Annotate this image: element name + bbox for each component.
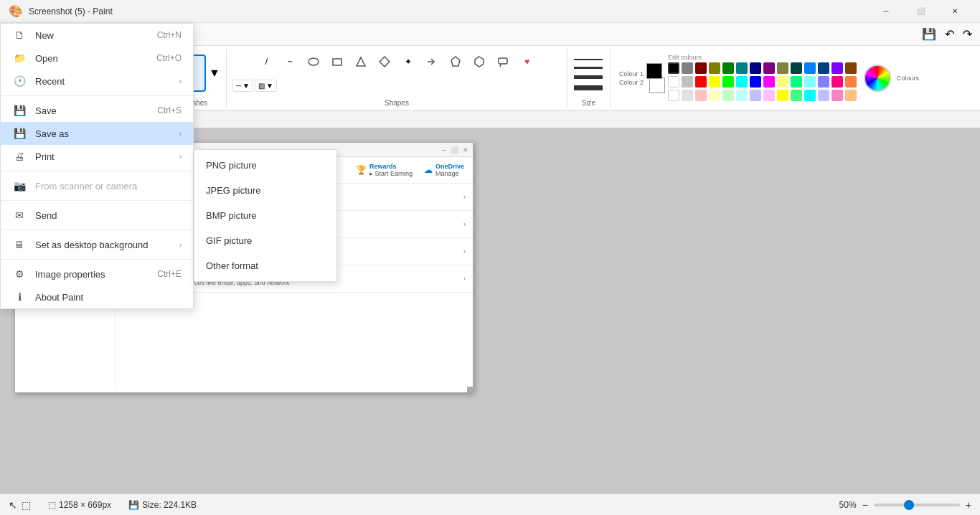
swatch-light-cyan[interactable] — [804, 76, 816, 88]
divider-2 — [1, 171, 193, 171]
print-arrow: › — [179, 153, 182, 161]
shape-rect[interactable] — [326, 50, 349, 73]
swatch-cyan[interactable] — [736, 76, 748, 88]
undo-icon[interactable]: ↶ — [943, 25, 956, 43]
swatch-light-spring[interactable] — [791, 90, 802, 101]
swatch-yellow[interactable] — [709, 76, 720, 88]
work-chevron: › — [463, 275, 466, 283]
shape-callout[interactable] — [491, 50, 514, 73]
size-4[interactable] — [574, 85, 603, 90]
swatch-orange[interactable] — [845, 76, 857, 88]
scanner-icon: 📷 — [12, 180, 27, 192]
shape-oval[interactable] — [302, 50, 325, 73]
outline-dropdown[interactable]: ─▼ — [232, 80, 253, 92]
swatch-dark-green[interactable] — [722, 62, 734, 74]
swatch-teal[interactable] — [736, 62, 748, 74]
submenu-jpeg[interactable]: JPEG picture — [194, 178, 336, 203]
brush-dropdown[interactable]: ▼ — [209, 62, 220, 85]
redo-icon[interactable]: ↷ — [961, 25, 974, 43]
shape-arrow[interactable] — [420, 50, 443, 73]
swatch-blue[interactable] — [804, 62, 816, 74]
submenu-gif[interactable]: GIF picture — [194, 228, 336, 253]
size-1[interactable] — [574, 59, 603, 60]
swatch-olive[interactable] — [709, 62, 720, 74]
menu-item-save[interactable]: 💾 Save Ctrl+S — [1, 99, 193, 122]
swatch-lime[interactable] — [722, 76, 734, 88]
swatch-bright-blue[interactable] — [750, 76, 761, 88]
swatch-dark-blue[interactable] — [818, 62, 829, 74]
swatch-lavender[interactable] — [750, 90, 761, 101]
swatch-white[interactable] — [668, 76, 679, 88]
shape-star[interactable]: ✦ — [397, 50, 420, 73]
shape-curve[interactable]: ~ — [278, 50, 301, 73]
swatch-pink[interactable] — [831, 76, 843, 88]
swatch-sky[interactable] — [804, 90, 816, 101]
shape-diamond[interactable] — [373, 50, 396, 73]
swatch-cream[interactable] — [709, 90, 720, 101]
cursor-icon: ↖ — [9, 499, 17, 511]
swatch-rose[interactable] — [763, 90, 775, 101]
shape-heart[interactable]: ♥ — [515, 50, 538, 73]
menu-item-desktop[interactable]: 🖥 Set as desktop background › — [1, 233, 193, 256]
swatch-gray[interactable] — [682, 62, 693, 74]
shape-pentagon[interactable] — [444, 50, 467, 73]
swatch-spring-green[interactable] — [791, 76, 802, 88]
maximize-button[interactable]: ⬜ — [904, 0, 937, 23]
swatch-red[interactable] — [695, 76, 707, 88]
canvas-resize-handle[interactable] — [467, 387, 473, 392]
submenu-png[interactable]: PNG picture — [194, 153, 336, 178]
swatch-dark-teal[interactable] — [791, 62, 802, 74]
swatch-purple[interactable] — [763, 62, 775, 74]
menu-item-properties[interactable]: ⚙ Image properties Ctrl+E — [1, 263, 193, 285]
swatch-periwinkle[interactable] — [818, 76, 829, 88]
rewards-sub: ▸ Start Earning — [369, 170, 413, 177]
size-2[interactable] — [574, 67, 603, 69]
fill-dropdown[interactable]: ▨▼ — [255, 80, 277, 92]
properties-icon: ⚙ — [12, 268, 27, 280]
close-button[interactable]: ✕ — [938, 0, 971, 23]
recent-icon: 🕐 — [12, 75, 27, 87]
swatch-ice[interactable] — [736, 90, 748, 101]
shape-triangle[interactable] — [349, 50, 372, 73]
menu-item-open[interactable]: 📁 Open Ctrl+O — [1, 47, 193, 70]
menu-item-send[interactable]: ✉ Send — [1, 204, 193, 227]
swatch-hot-pink[interactable] — [831, 90, 843, 101]
swatch-violet[interactable] — [831, 62, 843, 74]
shape-line[interactable]: / — [255, 50, 278, 73]
swatch-light-pink[interactable] — [695, 90, 707, 101]
submenu-other-format[interactable]: Other format — [194, 253, 336, 278]
menu-item-recent[interactable]: 🕐 Recent › — [1, 70, 193, 93]
swatch-navy[interactable] — [750, 62, 761, 74]
save-icon[interactable]: 💾 — [920, 25, 938, 43]
swatch-light-yellow[interactable] — [777, 76, 788, 88]
swatch-dark-red[interactable] — [695, 62, 707, 74]
swatch-yellow-olive[interactable] — [777, 62, 788, 74]
swatch-brown[interactable] — [845, 62, 857, 74]
save-shortcut: Ctrl+S — [157, 105, 182, 115]
size-3[interactable] — [574, 75, 603, 79]
menu-item-saveas[interactable]: 💾 Save as › — [1, 122, 193, 145]
swatch-black[interactable] — [668, 62, 679, 74]
zoom-minus-btn[interactable]: − — [862, 499, 868, 511]
shape-hexagon[interactable] — [468, 50, 491, 73]
titlebar-left: 🎨 Screenshot (5) - Paint — [9, 4, 113, 18]
swatch-silver[interactable] — [682, 76, 693, 88]
submenu-bmp[interactable]: BMP picture — [194, 203, 336, 228]
menu-item-print[interactable]: 🖨 Print › — [1, 145, 193, 168]
swatch-soft-periwinkle[interactable] — [818, 90, 829, 101]
swatch-w2[interactable] — [668, 90, 679, 101]
menu-item-about[interactable]: ℹ About Paint — [1, 285, 193, 308]
swatch-peach[interactable] — [845, 90, 857, 101]
zoom-thumb[interactable] — [904, 500, 914, 510]
swatch-light-gray[interactable] — [682, 90, 693, 101]
zoom-slider[interactable] — [874, 504, 960, 506]
swatch-bright-yellow[interactable] — [777, 90, 788, 101]
minimize-button[interactable]: ─ — [870, 0, 903, 23]
background-color[interactable] — [649, 77, 665, 93]
menu-item-new[interactable]: 🗋 New Ctrl+N — [1, 24, 193, 47]
swatch-mint[interactable] — [722, 90, 734, 101]
swatch-magenta[interactable] — [763, 76, 775, 88]
edit-colors-btn[interactable] — [864, 65, 891, 92]
zoom-plus-btn[interactable]: + — [966, 499, 971, 511]
foreground-color[interactable] — [646, 63, 662, 79]
